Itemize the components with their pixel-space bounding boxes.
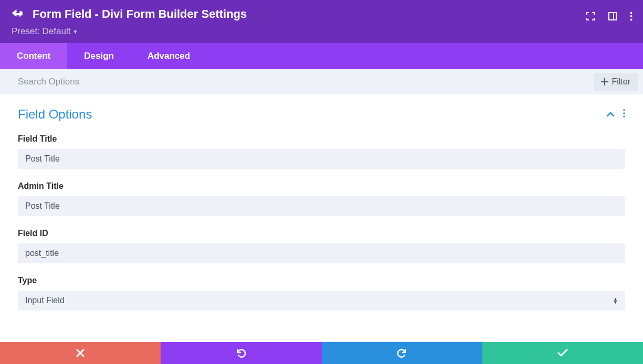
cancel-button[interactable]: [0, 342, 161, 364]
back-button[interactable]: [12, 7, 25, 21]
filter-label: Filter: [612, 77, 630, 87]
tab-advanced[interactable]: Advanced: [131, 43, 207, 69]
tab-design[interactable]: Design: [67, 43, 131, 69]
search-input[interactable]: [18, 77, 594, 87]
svg-point-3: [630, 15, 633, 17]
check-icon: [557, 349, 568, 357]
field-id-label: Field ID: [18, 229, 625, 238]
search-row: Filter: [0, 69, 643, 94]
preset-label: Preset: Default: [12, 26, 70, 37]
confirm-button[interactable]: [482, 342, 643, 364]
field-title-input[interactable]: [18, 149, 625, 169]
undo-button[interactable]: [161, 342, 321, 364]
section-title: Field Options: [18, 107, 92, 122]
footer-actions: [0, 342, 643, 364]
undo-icon: [236, 348, 246, 358]
tab-content[interactable]: Content: [0, 43, 67, 69]
redo-button[interactable]: [322, 342, 482, 364]
admin-title-label: Admin Title: [18, 181, 625, 191]
content-panel: Field Options Field Title Admin Title Fi…: [0, 94, 643, 328]
modal-title: Form Field - Divi Form Builder Settings: [33, 7, 247, 21]
layout-icon[interactable]: [608, 12, 617, 23]
admin-title-input[interactable]: [18, 196, 625, 216]
svg-point-4: [630, 19, 633, 21]
redo-icon: [397, 348, 407, 358]
field-title-label: Field Title: [18, 134, 625, 144]
type-label: Type: [18, 276, 625, 285]
svg-point-6: [623, 112, 625, 114]
kebab-menu-icon[interactable]: [630, 12, 633, 23]
tabs: Content Design Advanced: [0, 43, 643, 69]
modal-header: Form Field - Divi Form Builder Settings …: [0, 0, 643, 43]
svg-point-7: [623, 115, 625, 117]
filter-button[interactable]: Filter: [594, 73, 638, 91]
field-id-input[interactable]: [18, 243, 625, 263]
caret-down-icon: ▼: [72, 29, 78, 35]
svg-point-5: [623, 109, 625, 111]
svg-point-2: [630, 12, 633, 14]
collapse-section-icon[interactable]: [606, 110, 615, 119]
preset-dropdown[interactable]: Preset: Default ▼: [12, 26, 78, 37]
section-menu-icon[interactable]: [623, 109, 625, 120]
back-arrow-icon: [12, 8, 25, 20]
plus-icon: [601, 78, 608, 85]
svg-rect-0: [609, 13, 616, 20]
expand-icon[interactable]: [586, 12, 595, 23]
type-select[interactable]: Input Field: [18, 291, 625, 311]
close-icon: [76, 349, 85, 357]
